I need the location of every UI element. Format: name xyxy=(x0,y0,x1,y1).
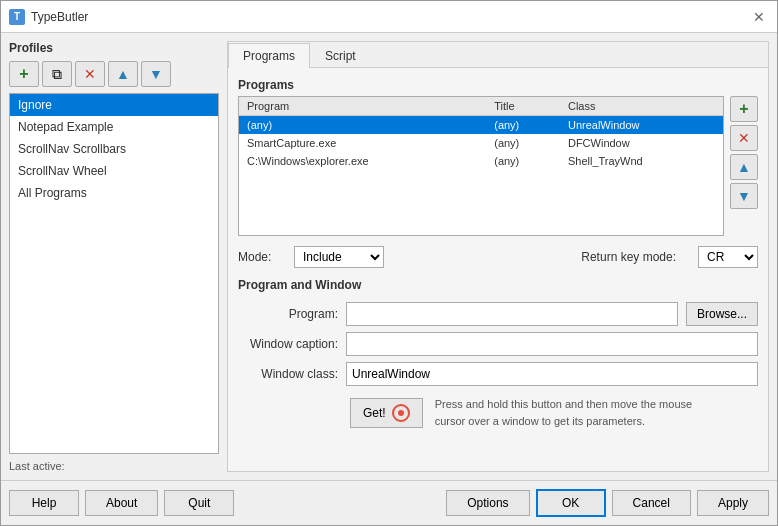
window-caption-row: Window caption: xyxy=(238,332,758,356)
right-panel: Programs Script Programs Program Ti xyxy=(227,41,769,472)
title-bar: T TypeButler ✕ xyxy=(1,1,777,33)
last-active-label: Last active: xyxy=(9,460,219,472)
copy-profile-button[interactable]: ⧉ xyxy=(42,61,72,87)
table-row[interactable]: C:\Windows\explorer.exe (any) Shell_Tray… xyxy=(239,152,723,170)
profile-item-scrollnav-wheel[interactable]: ScrollNav Wheel xyxy=(10,160,218,182)
cell-class: UnrealWindow xyxy=(560,116,723,135)
programs-section: Programs Program Title Class xyxy=(238,78,758,236)
table-buttons: + ✕ ▲ ▼ xyxy=(730,96,758,236)
get-icon xyxy=(392,404,410,422)
tab-script[interactable]: Script xyxy=(310,43,371,68)
main-content: Profiles + ⧉ ✕ ▲ ▼ Ignore Notepad Exampl… xyxy=(1,33,777,480)
get-hint: Press and hold this button and then move… xyxy=(435,396,692,429)
help-button[interactable]: Help xyxy=(9,490,79,516)
move-up-profile-button[interactable]: ▲ xyxy=(108,61,138,87)
program-label: Program: xyxy=(238,307,338,321)
quit-button[interactable]: Quit xyxy=(164,490,234,516)
col-program: Program xyxy=(239,97,486,116)
tab-content: Programs Program Title Class xyxy=(228,68,768,471)
about-button[interactable]: About xyxy=(85,490,158,516)
table-row[interactable]: (any) (any) UnrealWindow xyxy=(239,116,723,135)
col-title: Title xyxy=(486,97,560,116)
programs-table: Program Title Class (any) (any) xyxy=(239,97,723,170)
move-down-profile-button[interactable]: ▼ xyxy=(141,61,171,87)
cell-program: C:\Windows\explorer.exe xyxy=(239,152,486,170)
profile-item-scrollnav-scrollbars[interactable]: ScrollNav Scrollbars xyxy=(10,138,218,160)
move-down-program-button[interactable]: ▼ xyxy=(730,183,758,209)
return-key-label: Return key mode: xyxy=(581,250,676,264)
programs-table-container: Program Title Class (any) (any) xyxy=(238,96,724,236)
profile-item-notepad[interactable]: Notepad Example xyxy=(10,116,218,138)
delete-profile-button[interactable]: ✕ xyxy=(75,61,105,87)
window-caption-input[interactable] xyxy=(346,332,758,356)
cell-class: DFCWindow xyxy=(560,134,723,152)
cell-title: (any) xyxy=(486,152,560,170)
pw-section-title: Program and Window xyxy=(238,278,758,292)
main-window: T TypeButler ✕ Profiles + ⧉ ✕ ▲ ▼ Ignore… xyxy=(0,0,778,526)
profile-item-all-programs[interactable]: All Programs xyxy=(10,182,218,204)
pw-section: Program and Window Program: Browse... Wi… xyxy=(238,278,758,429)
ok-button[interactable]: OK xyxy=(536,489,606,517)
table-row[interactable]: SmartCapture.exe (any) DFCWindow xyxy=(239,134,723,152)
profiles-toolbar: + ⧉ ✕ ▲ ▼ xyxy=(9,61,219,87)
bottom-bar: Help About Quit Options OK Cancel Apply xyxy=(1,480,777,525)
get-row: Get! Press and hold this button and then… xyxy=(238,396,758,429)
app-icon: T xyxy=(9,9,25,25)
profile-item-ignore[interactable]: Ignore xyxy=(10,94,218,116)
get-label: Get! xyxy=(363,406,386,420)
return-key-select[interactable]: CR LF CRLF xyxy=(698,246,758,268)
get-button[interactable]: Get! xyxy=(350,398,423,428)
profiles-title: Profiles xyxy=(9,41,219,55)
apply-button[interactable]: Apply xyxy=(697,490,769,516)
program-input[interactable] xyxy=(346,302,678,326)
cell-program: SmartCapture.exe xyxy=(239,134,486,152)
col-class: Class xyxy=(560,97,723,116)
tab-programs[interactable]: Programs xyxy=(228,43,310,68)
move-up-program-button[interactable]: ▲ xyxy=(730,154,758,180)
mode-row: Mode: Include Exclude Return key mode: C… xyxy=(238,246,758,268)
window-class-label: Window class: xyxy=(238,367,338,381)
cell-program: (any) xyxy=(239,116,486,135)
mode-label: Mode: xyxy=(238,250,278,264)
window-caption-label: Window caption: xyxy=(238,337,338,351)
options-button[interactable]: Options xyxy=(446,490,529,516)
cell-title: (any) xyxy=(486,134,560,152)
delete-program-button[interactable]: ✕ xyxy=(730,125,758,151)
add-profile-button[interactable]: + xyxy=(9,61,39,87)
window-class-input[interactable] xyxy=(346,362,758,386)
program-row: Program: Browse... xyxy=(238,302,758,326)
browse-button[interactable]: Browse... xyxy=(686,302,758,326)
add-program-button[interactable]: + xyxy=(730,96,758,122)
programs-section-title: Programs xyxy=(238,78,758,92)
cell-title: (any) xyxy=(486,116,560,135)
profiles-list: Ignore Notepad Example ScrollNav Scrollb… xyxy=(9,93,219,454)
window-title: TypeButler xyxy=(31,10,88,24)
close-button[interactable]: ✕ xyxy=(749,7,769,27)
window-class-row: Window class: xyxy=(238,362,758,386)
mode-select[interactable]: Include Exclude xyxy=(294,246,384,268)
cancel-button[interactable]: Cancel xyxy=(612,490,691,516)
cell-class: Shell_TrayWnd xyxy=(560,152,723,170)
tabs: Programs Script xyxy=(228,42,768,68)
left-panel: Profiles + ⧉ ✕ ▲ ▼ Ignore Notepad Exampl… xyxy=(9,41,219,472)
